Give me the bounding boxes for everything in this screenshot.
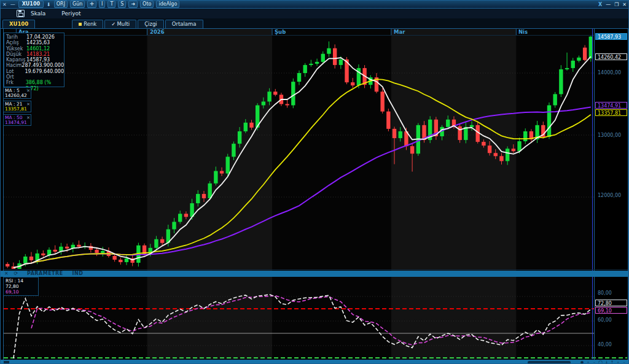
dot-icon[interactable]: ● xyxy=(580,360,584,364)
ma5-price-box: 14260,42 xyxy=(595,53,627,60)
candle xyxy=(273,91,277,95)
ma50-price-box: 13474,91 xyxy=(595,102,627,109)
info-label: Düşük xyxy=(6,52,26,57)
minus-icon[interactable]: － xyxy=(622,360,626,364)
toolbar-button-oto[interactable]: Oto xyxy=(140,1,154,8)
arrow-down-icon[interactable]: ↓ xyxy=(605,360,608,364)
tab-multi[interactable]: ✓Multi xyxy=(104,20,136,28)
close-icon[interactable]: ✕ xyxy=(26,88,30,93)
candle xyxy=(29,257,33,260)
rsi-signal-box: 69,10 xyxy=(595,307,627,314)
panel-close-icon[interactable]: ✕ xyxy=(2,2,7,7)
info-label: Hacim xyxy=(6,63,21,68)
candle xyxy=(327,48,330,54)
quote-info-panel: Tarih17.04.2026 Açılış14235,63 Yüksek146… xyxy=(4,33,64,87)
candle xyxy=(583,48,587,60)
candle xyxy=(309,64,313,65)
menubar: Skala Periyot xyxy=(1,9,628,19)
candle xyxy=(577,58,580,61)
info-label: Açılış xyxy=(6,40,26,45)
zoom-out-icon[interactable]: － xyxy=(592,360,596,364)
toolbar-button-arrow[interactable]: ➜ xyxy=(128,1,138,8)
info-value-low: 14183,21 xyxy=(26,52,50,57)
close-button[interactable]: ✕ xyxy=(622,2,627,7)
candle xyxy=(262,101,265,105)
info-label: Kapanış xyxy=(6,57,26,63)
month-label-sub: Şub xyxy=(275,29,286,35)
toolbar-button-idealgo[interactable]: ideAlgo xyxy=(156,1,179,8)
close-icon[interactable]: ✕ xyxy=(26,115,30,120)
horizontal-scrollbar[interactable]: ● ＋ － ◯ ↓ ↑ ＋ － xyxy=(1,360,628,364)
ma21-value: 13357,81 xyxy=(5,107,29,112)
indicator-close-icon[interactable]: ✕ xyxy=(4,271,9,276)
tab-ortalama[interactable]: Ortalama xyxy=(165,20,203,28)
info-value-date: 17.04.2026 xyxy=(26,34,55,40)
rsi-legend: RSI : 14 72,80 69,10 xyxy=(3,277,39,296)
month-label-mar: Mar xyxy=(394,29,405,35)
symbol-chip[interactable]: XU100 xyxy=(18,1,44,8)
window-x-icon[interactable]: X xyxy=(598,2,602,7)
last-price-box: 14587,93 xyxy=(595,33,627,40)
candle xyxy=(482,142,485,145)
candle xyxy=(512,149,515,151)
info-value-open: 14235,63 xyxy=(26,40,50,45)
toolbar-button-i[interactable]: I xyxy=(99,1,105,8)
info-label: Ort xyxy=(6,74,26,80)
menu-skala[interactable]: Skala xyxy=(31,10,45,17)
menu-periyot[interactable]: Periyot xyxy=(61,10,80,17)
rsi-signal-value: 69,10 xyxy=(6,289,36,295)
tab-renk[interactable]: Renk xyxy=(72,20,103,28)
chart-area[interactable] xyxy=(1,28,629,364)
save-icon[interactable] xyxy=(17,10,25,17)
scrollbar-thumb[interactable] xyxy=(528,361,571,364)
plus-icon[interactable]: ＋ xyxy=(616,360,620,364)
candle xyxy=(232,144,235,157)
month-label-nis: Nis xyxy=(518,29,528,35)
candle xyxy=(160,239,164,243)
minimize-button[interactable]: — xyxy=(606,2,611,7)
ma5-legend: ✕ MA : 5 14260,42 xyxy=(3,87,31,99)
zoom-in-icon[interactable]: ＋ xyxy=(586,360,590,364)
ma21-price-box: 13357,81 xyxy=(595,109,627,116)
candle xyxy=(112,256,116,260)
arrow-up-icon[interactable]: ↑ xyxy=(611,360,614,364)
candle xyxy=(315,62,319,64)
indicator-refresh-icon[interactable]: ⟳ xyxy=(14,271,18,276)
scrollbar-left-button[interactable] xyxy=(4,361,9,364)
candle xyxy=(559,69,563,94)
arrow-down-icon[interactable]: ⬇ xyxy=(47,2,51,7)
candle xyxy=(202,194,206,198)
candle xyxy=(321,54,325,62)
candle xyxy=(238,131,241,144)
ma50-value: 13474,91 xyxy=(5,120,29,125)
candle xyxy=(380,91,384,111)
candle xyxy=(285,104,289,106)
month-label-2026: 2026 xyxy=(150,29,165,35)
indicator-header-bar: ✕ ⟳ PARAMETRE IND xyxy=(1,271,628,277)
rsi-value-box: 72,80 xyxy=(595,300,627,306)
info-label: Yüksek xyxy=(6,46,26,52)
candle xyxy=(410,146,414,153)
tab-cizgi[interactable]: Çizgi xyxy=(138,20,164,28)
tab-xu100[interactable]: XU100 xyxy=(2,20,35,28)
maximize-button[interactable]: ❐ xyxy=(614,2,619,7)
parametre-button[interactable]: PARAMETRE xyxy=(27,271,63,276)
candle xyxy=(553,94,557,105)
toolbar-button-gun[interactable]: Gün xyxy=(70,1,85,8)
circle-icon[interactable]: ◯ xyxy=(598,360,603,364)
close-icon[interactable]: ✕ xyxy=(26,102,30,107)
candle xyxy=(244,123,248,131)
toolbar-button-t[interactable]: T xyxy=(107,1,115,8)
toolbar-button-orj[interactable]: ORJ xyxy=(54,1,68,8)
toolbar-button-s[interactable]: S xyxy=(118,1,126,8)
info-value-lot: 19.679.640.000 xyxy=(25,69,64,74)
candle xyxy=(399,131,402,138)
candle xyxy=(393,129,396,138)
candle xyxy=(178,214,182,222)
candle xyxy=(220,171,224,174)
panel-minimize-icon[interactable]: — xyxy=(10,2,15,7)
toolbar-button-plus[interactable]: ✛ xyxy=(87,1,96,8)
price-tick-12000: 12000,00 xyxy=(598,193,621,198)
ind-button[interactable]: IND xyxy=(72,271,83,276)
candle xyxy=(214,171,217,184)
